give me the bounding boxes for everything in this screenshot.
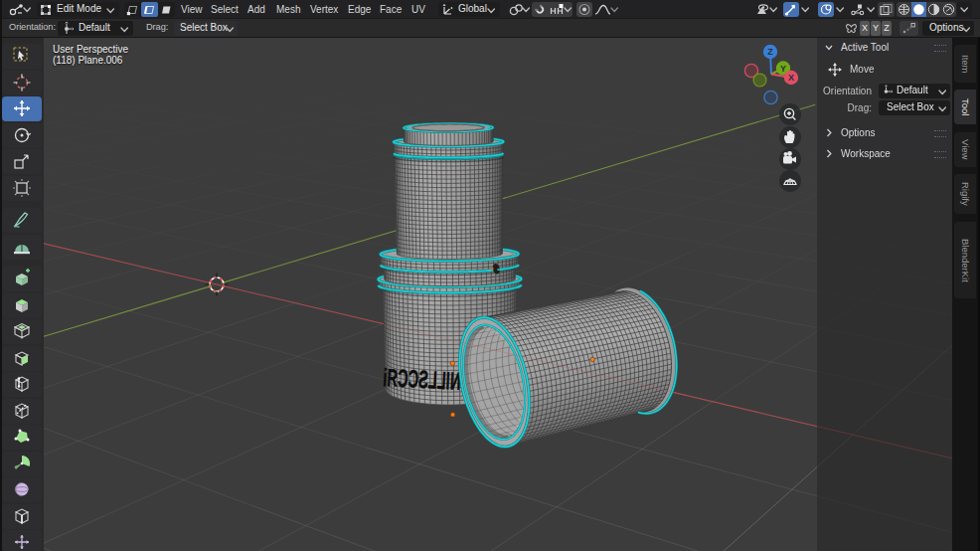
svg-text:X: X [788,73,794,83]
svg-text:Z: Z [767,47,773,57]
svg-text:Y: Y [780,64,786,74]
svg-text:NILLSCCЯі: NILLSCCЯі [383,363,461,395]
